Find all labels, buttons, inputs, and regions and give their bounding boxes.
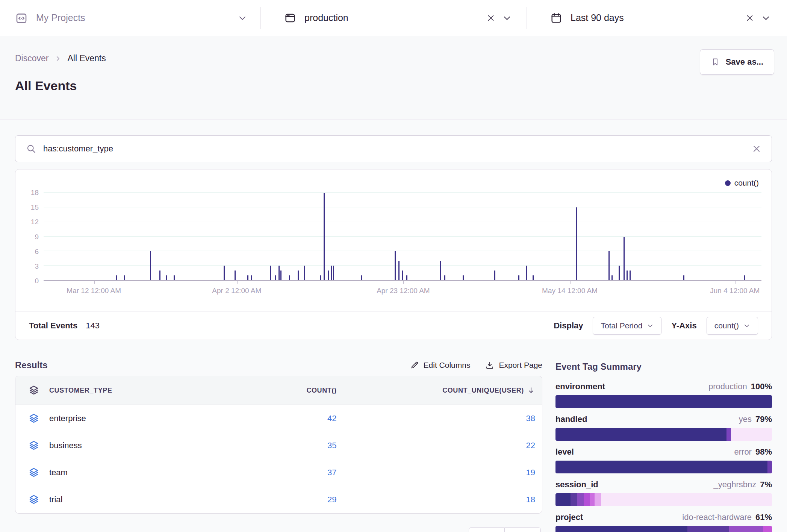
download-icon	[485, 361, 494, 370]
y-axis-tick-label: 12	[31, 218, 39, 226]
breadcrumb-current: All Events	[67, 53, 106, 63]
chart-bar	[744, 275, 745, 280]
customer-type-value: team	[49, 468, 68, 478]
next-page-button[interactable]	[505, 527, 541, 532]
chevron-down-icon[interactable]	[238, 14, 247, 23]
chart-bar	[328, 271, 329, 280]
column-header-count[interactable]: COUNT()	[226, 387, 336, 394]
total-events-value: 143	[86, 321, 100, 331]
export-page-button[interactable]: Export Page	[485, 361, 542, 370]
count-value[interactable]: 37	[226, 468, 336, 478]
column-header-count-unique[interactable]: COUNT_UNIQUE(USER)	[442, 387, 524, 394]
y-axis-label: Y-Axis	[671, 321, 696, 331]
tag-summary-row: projectido-react-hardware61%	[555, 512, 772, 532]
tag-distribution-bar[interactable]	[555, 428, 772, 441]
chevron-down-icon[interactable]	[502, 14, 512, 23]
x-axis-tick-label: Mar 12 12:00 AM	[67, 287, 121, 295]
main-content: count() 0369121518 Mar 12 12:00 AMApr 2 …	[0, 119, 787, 532]
results-heading: Results	[15, 360, 48, 370]
table-row[interactable]: team3719	[15, 459, 542, 486]
display-dropdown[interactable]: Total Period	[593, 317, 661, 335]
chart-bar	[247, 275, 248, 280]
previous-page-button[interactable]	[469, 527, 505, 532]
tag-bar-segment	[687, 526, 728, 532]
chart-bar	[278, 266, 280, 280]
x-axis-tick	[94, 281, 95, 284]
tag-top-percentage: 100%	[751, 382, 772, 391]
chart-bar	[624, 237, 625, 281]
stack-icon	[28, 440, 39, 451]
date-range-selector[interactable]: Last 90 days	[527, 0, 787, 36]
y-axis-dropdown[interactable]: count()	[707, 317, 758, 335]
chart-bar	[333, 266, 334, 280]
gridline	[44, 251, 761, 251]
chevron-down-icon[interactable]	[761, 14, 770, 23]
total-events-label: Total Events	[29, 321, 77, 331]
export-page-label: Export Page	[499, 361, 542, 370]
count-unique-value[interactable]: 18	[337, 495, 542, 505]
x-axis-tick-label: Apr 2 12:00 AM	[212, 287, 261, 295]
legend-label: count()	[734, 178, 759, 187]
date-range-label: Last 90 days	[571, 12, 624, 23]
tag-distribution-bar[interactable]	[555, 461, 772, 473]
search-input[interactable]	[43, 144, 752, 154]
tag-top-value: error	[734, 447, 752, 457]
tag-top-percentage: 98%	[755, 447, 772, 457]
chart-bar	[289, 275, 290, 280]
gridline	[44, 222, 761, 222]
project-selector[interactable]: My Projects	[0, 0, 260, 36]
count-value[interactable]: 35	[226, 441, 336, 450]
tag-distribution-bar[interactable]	[555, 395, 772, 408]
chart-bar	[463, 275, 464, 280]
pencil-icon	[410, 361, 419, 370]
count-unique-value[interactable]: 22	[337, 441, 542, 450]
clear-environment-icon[interactable]	[487, 14, 495, 22]
tag-bar-segment	[555, 461, 767, 473]
tag-bar-segment	[577, 493, 584, 506]
tag-name: session_id	[555, 480, 598, 490]
chevron-right-icon	[54, 55, 61, 62]
tag-bar-segment	[767, 461, 772, 473]
chart-bar	[124, 275, 125, 280]
tag-bar-segment	[763, 526, 772, 532]
chart-bar	[275, 275, 276, 280]
chart-bar	[611, 275, 613, 280]
save-as-button[interactable]: Save as...	[700, 49, 774, 75]
tag-distribution-bar[interactable]	[555, 493, 772, 506]
chart-plot	[44, 193, 761, 281]
x-axis-tick-label: May 14 12:00 AM	[542, 287, 598, 295]
stack-icon	[28, 385, 39, 396]
stack-icon	[28, 413, 39, 424]
environment-selector[interactable]: production	[261, 0, 527, 36]
edit-columns-button[interactable]: Edit Columns	[410, 361, 471, 370]
chart-bar	[159, 271, 160, 280]
chart-legend[interactable]: count()	[725, 178, 759, 187]
count-value[interactable]: 29	[226, 495, 336, 505]
breadcrumb: Discover All Events	[15, 53, 772, 63]
pagination	[15, 527, 542, 532]
clear-date-range-icon[interactable]	[746, 14, 754, 22]
tag-bar-segment	[595, 493, 601, 506]
chart-bar	[304, 266, 305, 280]
chart-bar	[402, 271, 403, 280]
tag-summary-row: levelerror98%	[555, 447, 772, 473]
tag-top-percentage: 61%	[755, 512, 772, 522]
y-axis-tick-label: 15	[31, 203, 39, 212]
clear-search-icon[interactable]	[752, 144, 761, 153]
table-row[interactable]: enterprise4238	[15, 405, 542, 432]
count-unique-value[interactable]: 38	[337, 414, 542, 423]
breadcrumb-discover-link[interactable]: Discover	[15, 53, 48, 63]
display-dropdown-value: Total Period	[601, 321, 642, 330]
y-axis-dropdown-value: count()	[714, 321, 739, 330]
project-selector-label: My Projects	[36, 12, 85, 23]
count-unique-value[interactable]: 19	[337, 468, 542, 478]
table-row[interactable]: business3522	[15, 432, 542, 459]
tag-distribution-bar[interactable]	[555, 526, 772, 532]
column-header-customer-type[interactable]: CUSTOMER_TYPE	[49, 387, 112, 394]
table-row[interactable]: trial2918	[15, 486, 542, 513]
sort-descending-icon[interactable]	[527, 386, 535, 394]
chart-bar	[324, 193, 325, 280]
x-axis-tick	[735, 281, 736, 284]
tag-bar-segment	[555, 428, 726, 441]
count-value[interactable]: 42	[226, 414, 336, 423]
